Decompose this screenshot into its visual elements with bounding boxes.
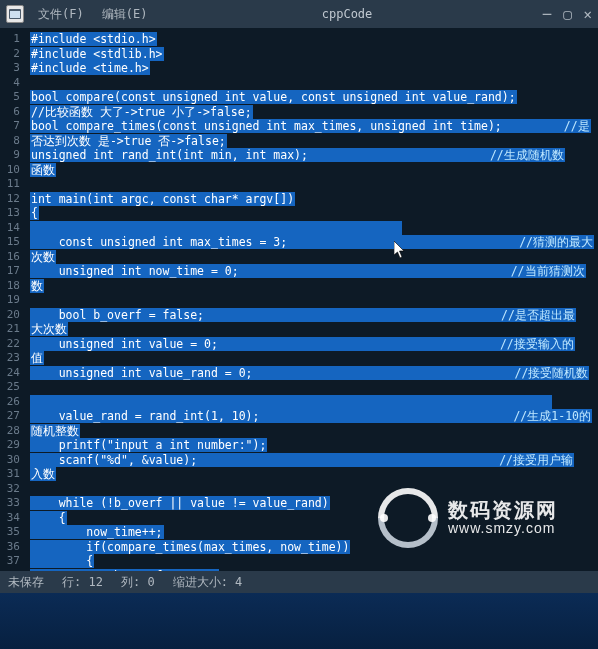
line-number: 2 — [0, 47, 20, 62]
code-line[interactable]: 入数 — [30, 467, 594, 482]
line-number: 22 — [0, 337, 20, 352]
status-bar: 未保存 行: 12 列: 0 缩进大小: 4 — [0, 571, 598, 593]
code-line[interactable]: printf("input a int number:"); — [30, 438, 594, 453]
line-number: 25 — [0, 380, 20, 395]
line-number: 34 — [0, 511, 20, 526]
line-number: 6 — [0, 105, 20, 120]
code-line[interactable]: #include <stdio.h> — [30, 32, 594, 47]
line-number: 1 — [0, 32, 20, 47]
line-number: 37 — [0, 554, 20, 569]
code-line[interactable]: unsigned int rand_int(int min, int max);… — [30, 148, 594, 163]
close-button[interactable]: ✕ — [584, 7, 592, 21]
line-number: 12 — [0, 192, 20, 207]
line-number: 17 — [0, 264, 20, 279]
code-line[interactable]: int main(int argc, const char* argv[]) — [30, 192, 594, 207]
code-line[interactable]: 随机整数 — [30, 424, 594, 439]
line-number: 36 — [0, 540, 20, 555]
code-line[interactable]: while (!b_overf || value != value_rand) — [30, 496, 594, 511]
code-line[interactable] — [30, 221, 594, 236]
code-line[interactable]: 大次数 — [30, 322, 594, 337]
code-line[interactable]: 否达到次数 是->true 否->false; — [30, 134, 594, 149]
code-area[interactable]: #include <stdio.h>#include <stdlib.h>#in… — [26, 28, 598, 571]
bottom-strip — [0, 593, 598, 649]
code-line[interactable] — [30, 395, 594, 410]
code-line[interactable]: b_overf = true; — [30, 569, 594, 572]
window-title: cppCode — [161, 7, 532, 21]
code-line[interactable]: { — [30, 511, 594, 526]
code-line[interactable]: unsigned int value_rand = 0;//接受随机数 — [30, 366, 594, 381]
line-number: 8 — [0, 134, 20, 149]
line-number: 38 — [0, 569, 20, 572]
code-line[interactable]: now_time++; — [30, 525, 594, 540]
line-number: 33 — [0, 496, 20, 511]
line-number: 15 — [0, 235, 20, 250]
line-number: 20 — [0, 308, 20, 323]
line-number: 27 — [0, 409, 20, 424]
line-number: 35 — [0, 525, 20, 540]
code-line[interactable]: bool compare_times(const unsigned int ma… — [30, 119, 594, 134]
code-editor[interactable]: 1234567891011121314151617181920212223242… — [0, 28, 598, 571]
code-line[interactable] — [30, 177, 594, 192]
code-line[interactable]: value_rand = rand_int(1, 10);//生成1-10的 — [30, 409, 594, 424]
code-line[interactable]: unsigned int now_time = 0;//当前猜测次 — [30, 264, 594, 279]
code-line[interactable]: scanf("%d", &value);//接受用户输 — [30, 453, 594, 468]
code-line[interactable]: { — [30, 206, 594, 221]
code-line[interactable]: #include <time.h> — [30, 61, 594, 76]
line-number: 11 — [0, 177, 20, 192]
code-line[interactable]: //比较函数 大了->true 小了->false; — [30, 105, 594, 120]
line-number: 9 — [0, 148, 20, 163]
status-col: 列: 0 — [121, 574, 155, 591]
line-number: 26 — [0, 395, 20, 410]
line-number-gutter: 1234567891011121314151617181920212223242… — [0, 28, 26, 571]
code-line[interactable] — [30, 380, 594, 395]
maximize-button[interactable]: ▢ — [563, 7, 571, 21]
line-number: 23 — [0, 351, 20, 366]
code-line[interactable]: 函数 — [30, 163, 594, 178]
menu-file[interactable]: 文件(F) — [34, 4, 88, 25]
code-line[interactable]: { — [30, 554, 594, 569]
minimize-button[interactable]: ─ — [543, 7, 551, 21]
menu-edit[interactable]: 编辑(E) — [98, 4, 152, 25]
window-controls: ─ ▢ ✕ — [543, 7, 592, 21]
line-number: 18 — [0, 279, 20, 294]
line-number: 31 — [0, 467, 20, 482]
code-line[interactable] — [30, 293, 594, 308]
svg-rect-1 — [10, 11, 20, 18]
status-indent: 缩进大小: 4 — [173, 574, 243, 591]
code-line[interactable]: 次数 — [30, 250, 594, 265]
line-number: 21 — [0, 322, 20, 337]
line-number: 28 — [0, 424, 20, 439]
code-line[interactable]: if(compare_times(max_times, now_time)) — [30, 540, 594, 555]
code-line[interactable]: unsigned int value = 0;//接受输入的 — [30, 337, 594, 352]
line-number: 5 — [0, 90, 20, 105]
status-unsaved: 未保存 — [8, 574, 44, 591]
code-line[interactable] — [30, 76, 594, 91]
code-line[interactable]: const unsigned int max_times = 3;//猜测的最大 — [30, 235, 594, 250]
line-number: 16 — [0, 250, 20, 265]
line-number: 10 — [0, 163, 20, 178]
app-icon — [6, 5, 24, 23]
code-line[interactable]: bool compare(const unsigned int value, c… — [30, 90, 594, 105]
line-number: 4 — [0, 76, 20, 91]
line-number: 3 — [0, 61, 20, 76]
code-line[interactable] — [30, 482, 594, 497]
line-number: 24 — [0, 366, 20, 381]
code-line[interactable]: bool b_overf = false;//是否超出最 — [30, 308, 594, 323]
code-line[interactable]: #include <stdlib.h> — [30, 47, 594, 62]
line-number: 19 — [0, 293, 20, 308]
code-line[interactable]: 值 — [30, 351, 594, 366]
line-number: 13 — [0, 206, 20, 221]
app-window: 文件(F) 编辑(E) cppCode ─ ▢ ✕ 12345678910111… — [0, 0, 598, 649]
line-number: 32 — [0, 482, 20, 497]
line-number: 14 — [0, 221, 20, 236]
status-row: 行: 12 — [62, 574, 103, 591]
code-line[interactable]: 数 — [30, 279, 594, 294]
line-number: 30 — [0, 453, 20, 468]
line-number: 7 — [0, 119, 20, 134]
titlebar: 文件(F) 编辑(E) cppCode ─ ▢ ✕ — [0, 0, 598, 28]
line-number: 29 — [0, 438, 20, 453]
